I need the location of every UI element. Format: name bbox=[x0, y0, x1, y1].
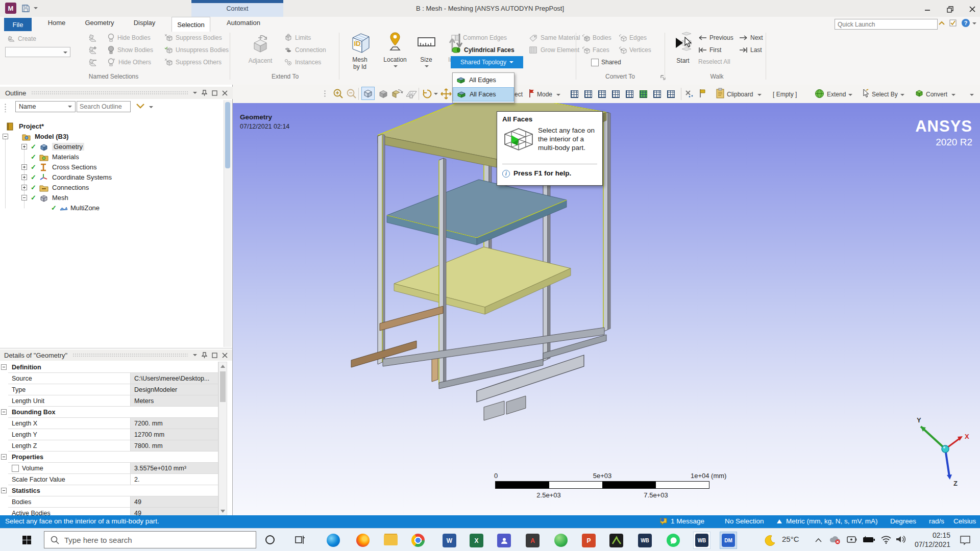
details-row[interactable]: Bodies49 bbox=[0, 496, 218, 508]
grid-plane-icon[interactable] bbox=[405, 88, 418, 102]
select-label-partial[interactable]: ect bbox=[514, 91, 523, 98]
outline-filter-select[interactable]: Name bbox=[15, 101, 76, 112]
help-dropdown-icon[interactable] bbox=[972, 22, 976, 24]
tab-geometry[interactable]: Geometry bbox=[79, 19, 120, 27]
suppress-bodies-button[interactable]: Suppress Bodies bbox=[164, 33, 222, 43]
add-to-selection-icon[interactable] bbox=[88, 33, 98, 45]
hide-others-button[interactable]: Hide Others bbox=[107, 57, 151, 67]
grow-element-button[interactable]: Grow Element bbox=[529, 45, 579, 55]
details-section-properties[interactable]: Properties bbox=[0, 452, 218, 463]
details-section-statistics[interactable]: Statistics bbox=[0, 485, 218, 496]
tree-item-cross-sections[interactable]: ✓ Cross Sections bbox=[0, 162, 225, 172]
display-connect-icon[interactable] bbox=[846, 535, 857, 546]
acrobat-icon[interactable]: A bbox=[526, 534, 540, 547]
details-row[interactable]: Length X7200. mm bbox=[0, 418, 218, 429]
wifi-icon[interactable] bbox=[880, 535, 892, 546]
shared-topology-dropdown[interactable]: Shared Topology bbox=[451, 56, 523, 68]
details-close-icon[interactable] bbox=[222, 353, 228, 358]
clipboard-dropdown[interactable]: Clipboard bbox=[727, 91, 753, 98]
clock[interactable]: 02:15 07/12/2021 bbox=[912, 531, 950, 549]
section-plane-icon[interactable] bbox=[391, 88, 403, 102]
details-row-volume[interactable]: Volume 3.5575e+010 mm³ bbox=[0, 463, 218, 474]
file-explorer-icon[interactable] bbox=[384, 535, 398, 545]
minimize-button[interactable] bbox=[920, 4, 935, 14]
workbench-wb-icon[interactable]: WB bbox=[638, 534, 652, 547]
workbench-wb2-slot[interactable]: WB bbox=[693, 532, 710, 549]
walk-first-button[interactable]: First bbox=[698, 45, 721, 55]
walk-last-button[interactable]: Last bbox=[739, 45, 762, 55]
convert-faces-button[interactable]: Faces bbox=[582, 45, 609, 55]
whatsapp-icon[interactable] bbox=[667, 534, 680, 547]
volume-icon[interactable] bbox=[895, 535, 908, 546]
details-pin-icon[interactable] bbox=[202, 352, 207, 359]
scroll-down-icon[interactable] bbox=[219, 507, 227, 515]
select-faces-mode-icon[interactable] bbox=[598, 90, 606, 98]
remove-selection-icon[interactable] bbox=[88, 57, 98, 69]
create-named-selection-button[interactable]: Create bbox=[7, 34, 36, 44]
walk-next-button[interactable]: Next bbox=[739, 33, 763, 43]
expand-icon[interactable] bbox=[21, 164, 27, 170]
tree-item-multizone[interactable]: ✓ MultiZone bbox=[0, 203, 225, 213]
task-view-icon[interactable] bbox=[295, 535, 305, 546]
limits-button[interactable]: Limits bbox=[284, 33, 311, 43]
tree-item-geometry[interactable]: ✓ Geometry bbox=[0, 142, 225, 152]
named-selection-combobox[interactable] bbox=[5, 47, 70, 57]
select-edges-mode-icon[interactable] bbox=[584, 90, 592, 98]
shaded-body-icon[interactable] bbox=[378, 88, 389, 102]
details-panel-header[interactable]: Details of "Geometry" bbox=[0, 349, 233, 361]
status-temperature-unit[interactable]: Celsius bbox=[953, 517, 976, 525]
instances-button[interactable]: Instances bbox=[284, 57, 321, 67]
expand-icon[interactable] bbox=[21, 174, 27, 180]
details-section-bounding-box[interactable]: Bounding Box bbox=[0, 407, 218, 418]
mode-caret-icon[interactable] bbox=[556, 94, 560, 96]
select-nodes-mode-icon[interactable] bbox=[626, 90, 633, 98]
flag-icon[interactable] bbox=[699, 89, 706, 100]
tree-item-materials[interactable]: ✓ Materials bbox=[0, 152, 225, 162]
details-row[interactable]: Length Y12700 mm bbox=[0, 429, 218, 440]
tree-item-coordinate-systems[interactable]: ✓ Coordinate Systems bbox=[0, 172, 225, 183]
select-by-caret-icon[interactable] bbox=[900, 94, 904, 96]
filter-expand-icon[interactable] bbox=[136, 102, 146, 112]
collapse-icon[interactable] bbox=[1, 409, 7, 415]
connection-button[interactable]: Connection bbox=[284, 45, 326, 55]
collapse-ribbon-icon[interactable] bbox=[938, 20, 945, 29]
onedrive-error-icon[interactable] bbox=[829, 535, 841, 546]
outline-search-input[interactable] bbox=[77, 101, 131, 112]
taskbar-search[interactable]: Type here to search bbox=[44, 531, 256, 548]
select-bodies-mode-icon[interactable] bbox=[612, 90, 620, 98]
orientation-triad[interactable]: Y X Z bbox=[898, 413, 975, 490]
tree-item-project[interactable]: Project* bbox=[0, 121, 225, 132]
status-units[interactable]: Metric (mm, kg, N, s, mV, mA) bbox=[786, 517, 878, 525]
show-bodies-button[interactable]: Show Bodies bbox=[107, 45, 153, 55]
same-material-button[interactable]: Same Material bbox=[529, 33, 580, 43]
extend-dropdown[interactable]: Extend bbox=[827, 91, 846, 98]
message-bubble-icon[interactable] bbox=[659, 517, 668, 528]
collapse-icon[interactable] bbox=[21, 195, 27, 201]
outline-scrollbar-thumb[interactable] bbox=[225, 102, 230, 168]
menu-item-all-edges[interactable]: All Edges bbox=[453, 73, 514, 87]
common-edges-button[interactable]: Common Edges bbox=[451, 33, 507, 43]
details-section-definition[interactable]: Definition bbox=[0, 362, 218, 373]
cortana-icon[interactable] bbox=[265, 535, 275, 544]
walk-previous-button[interactable]: Previous bbox=[698, 33, 733, 43]
restore-button[interactable] bbox=[942, 4, 958, 14]
tab-home[interactable]: Home bbox=[42, 19, 71, 27]
clipboard-caret-icon[interactable] bbox=[757, 94, 762, 96]
toolbar-drag-handle[interactable] bbox=[324, 90, 326, 98]
collapse-icon[interactable] bbox=[1, 454, 7, 460]
outline-close-icon[interactable] bbox=[222, 90, 228, 96]
teams-icon[interactable] bbox=[497, 534, 511, 547]
powerpoint-icon[interactable]: P bbox=[582, 534, 596, 547]
expand-icon[interactable] bbox=[21, 144, 27, 149]
details-row[interactable]: SourceC:\Users\meree\Desktop... bbox=[0, 373, 218, 384]
convert-vertices-button[interactable]: Vertices bbox=[619, 45, 651, 55]
firefox-icon[interactable] bbox=[356, 534, 370, 547]
cylindrical-faces-button[interactable]: Cylindrical Faces bbox=[451, 45, 514, 55]
collapse-icon[interactable] bbox=[1, 364, 7, 370]
tab-selection[interactable]: Selection bbox=[172, 17, 210, 32]
details-row[interactable]: Length Z7800. mm bbox=[0, 440, 218, 452]
pan-icon[interactable] bbox=[440, 88, 452, 102]
tab-display[interactable]: Display bbox=[128, 19, 161, 27]
ansys-workbench-icon[interactable] bbox=[609, 534, 623, 547]
convert-dropdown[interactable]: Convert bbox=[926, 91, 947, 98]
